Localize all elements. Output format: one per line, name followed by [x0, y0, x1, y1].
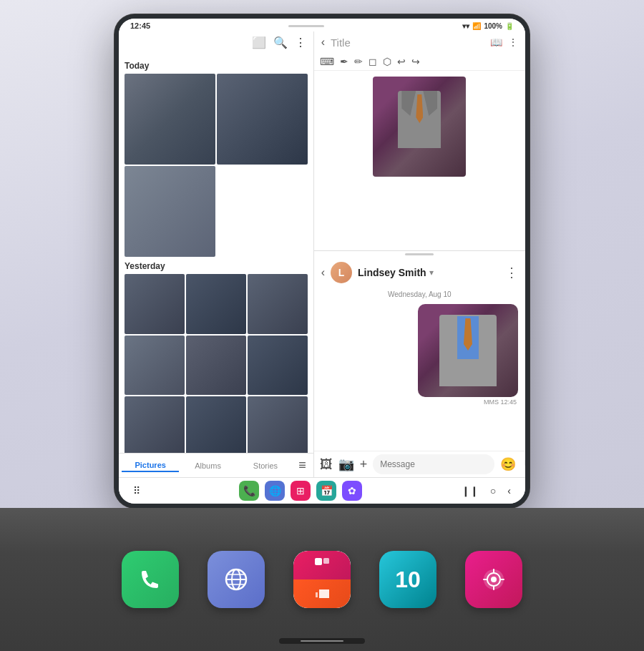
taskbar-multi-app[interactable] [293, 551, 351, 608]
notes-content [314, 71, 525, 250]
gallery-tab-pictures[interactable]: Pictures [122, 459, 179, 472]
time-display: 12:45 [130, 21, 150, 30]
messages-emoji-icon[interactable]: 😊 [500, 456, 516, 472]
notes-title: Title [329, 36, 486, 49]
signal-icon: 📶 [472, 22, 481, 30]
gallery-tabs-menu-icon[interactable]: ≡ [294, 458, 311, 473]
gallery-tab-albums[interactable]: Albums [179, 460, 236, 471]
contact-name: Lindsey Smith [358, 267, 426, 278]
status-bar: 12:45 ▾▾ 📶 100% 🔋 [119, 19, 525, 31]
notes-panel: ‹ Title 📖 ⋮ ⌨ ✒ ✏ ◻ ⬡ [314, 31, 525, 251]
svg-rect-6 [323, 558, 329, 564]
taskbar-internet-app[interactable] [208, 551, 265, 608]
messages-camera-icon[interactable]: 📷 [338, 456, 354, 472]
gallery-tabs: Pictures Albums Stories ≡ [119, 453, 313, 477]
gallery-panel: ⬜ 🔍 ⋮ Today Yesterday [119, 31, 314, 477]
nav-system-buttons: ❙❙ ○ ‹ [462, 485, 511, 496]
message-image [418, 304, 518, 397]
contact-name-area: Lindsey Smith ▾ [358, 267, 499, 278]
gallery-section-yesterday: Yesterday [125, 261, 308, 271]
gallery-select-icon[interactable]: ⬜ [252, 36, 266, 49]
gallery-section-today: Today [125, 61, 308, 71]
taskbar-calendar-app[interactable]: 10 [379, 551, 436, 608]
dock-calendar-app[interactable]: 📅 [316, 481, 336, 501]
messages-header: ‹ L Lindsey Smith ▾ ⋮ [314, 258, 525, 288]
nav-recents-icon[interactable]: ❙❙ [462, 485, 479, 496]
photo-thumb[interactable] [125, 166, 215, 257]
photo-thumb[interactable] [125, 336, 185, 396]
message-bubble: MMS 12:45 [418, 304, 518, 407]
gallery-menu-icon[interactable]: ⋮ [295, 36, 306, 49]
photo-thumb[interactable] [248, 336, 308, 396]
notes-book-icon[interactable]: 📖 [490, 36, 502, 48]
photo-thumb[interactable] [125, 74, 215, 165]
message-timestamp: MMS 12:45 [418, 397, 518, 407]
messages-voice-icon[interactable]: 🎙 [522, 457, 525, 472]
messages-menu-icon[interactable]: ⋮ [505, 265, 518, 280]
dock-internet-app[interactable]: 🌐 [265, 481, 285, 501]
messages-date: Wednesday, Aug 10 [314, 288, 525, 301]
taskbar-hinge [279, 638, 365, 644]
dock-phone-app[interactable]: 📞 [239, 481, 259, 501]
notes-redo-icon[interactable]: ↪ [411, 56, 420, 67]
notes-header: ‹ Title 📖 ⋮ [314, 31, 525, 53]
phone-screen: 12:45 ▾▾ 📶 100% 🔋 ⬜ 🔍 ⋮ [119, 19, 525, 504]
phone-device: 12:45 ▾▾ 📶 100% 🔋 ⬜ 🔍 ⋮ [114, 14, 530, 508]
msg-suit-body [439, 315, 497, 386]
nav-back-icon[interactable]: ‹ [507, 485, 511, 496]
messages-panel: ‹ L Lindsey Smith ▾ ⋮ Wednesday, Aug 10 [314, 258, 525, 477]
taskbar-apps: 10 [122, 551, 522, 608]
messages-back-button[interactable]: ‹ [321, 266, 325, 279]
wifi-icon: ▾▾ [462, 22, 469, 30]
multi-bottom [293, 579, 351, 608]
gallery-tab-stories[interactable]: Stories [237, 460, 294, 471]
gallery-search-icon[interactable]: 🔍 [273, 36, 288, 49]
contact-chevron-icon[interactable]: ▾ [429, 268, 434, 278]
notes-eraser-icon[interactable]: ◻ [369, 56, 377, 67]
messages-add-icon[interactable]: + [360, 457, 368, 472]
photo-thumb[interactable] [186, 396, 246, 453]
notes-keyboard-icon[interactable]: ⌨ [320, 56, 334, 67]
battery-icon: 🔋 [505, 22, 514, 30]
apps-grid-icon[interactable]: ⠿ [133, 485, 140, 496]
notes-pencil-icon[interactable]: ✏ [354, 56, 363, 67]
dock-bixby-app[interactable]: ✿ [342, 481, 362, 501]
right-panel: ‹ Title 📖 ⋮ ⌨ ✒ ✏ ◻ ⬡ [314, 31, 525, 477]
taskbar-bixby-app[interactable] [465, 551, 522, 608]
notes-pen-icon[interactable]: ✒ [340, 56, 348, 67]
multi-top [293, 551, 351, 579]
messages-text-input[interactable] [373, 454, 494, 474]
photo-thumb[interactable] [217, 74, 308, 165]
gallery-scroll[interactable]: Today Yesterday [119, 54, 313, 453]
suit-tie [416, 94, 423, 123]
svg-point-8 [491, 577, 497, 582]
status-icons: ▾▾ 📶 100% 🔋 [462, 22, 514, 30]
messages-gallery-icon[interactable]: 🖼 [320, 457, 333, 472]
calendar-date-display: 10 [395, 568, 421, 591]
messages-content[interactable]: MMS 12:45 [314, 301, 525, 451]
calendar-day-number: 10 [395, 568, 421, 591]
photo-thumb[interactable] [186, 336, 246, 396]
notes-back-button[interactable]: ‹ [321, 36, 325, 49]
notes-shape-icon[interactable]: ⬡ [383, 56, 391, 67]
taskbar-phone-app[interactable] [122, 551, 179, 608]
photo-thumb[interactable] [186, 274, 246, 334]
photo-thumb[interactable] [248, 274, 308, 334]
notes-undo-icon[interactable]: ↩ [397, 56, 406, 67]
photo-thumb[interactable] [248, 396, 308, 453]
taskbar-hinge-line [301, 640, 343, 642]
dock-apps: 📞 🌐 ⊞ 📅 ✿ [239, 481, 362, 501]
notes-header-icons: 📖 ⋮ [490, 36, 518, 48]
notes-menu-icon[interactable]: ⋮ [508, 36, 518, 48]
nav-home-icon[interactable]: ○ [490, 485, 496, 496]
contact-avatar: L [331, 262, 352, 283]
system-nav-bar: ⠿ 📞 🌐 ⊞ 📅 ✿ ❙❙ ○ ‹ [119, 477, 525, 504]
suit-body [398, 91, 441, 148]
dock-multi-app[interactable]: ⊞ [291, 481, 311, 501]
screen-content: ⬜ 🔍 ⋮ Today Yesterday [119, 31, 525, 477]
suit-lapel-right [423, 91, 437, 116]
notes-toolbar: ⌨ ✒ ✏ ◻ ⬡ ↩ ↪ [314, 53, 525, 71]
photo-thumb[interactable] [125, 274, 185, 334]
panel-hinge-divider [405, 253, 434, 255]
photo-thumb[interactable] [125, 396, 185, 453]
